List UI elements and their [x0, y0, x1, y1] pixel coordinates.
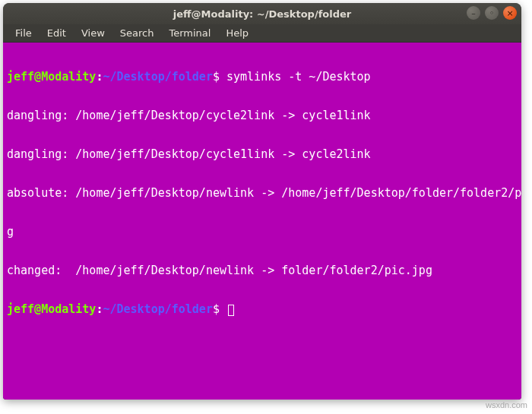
window-controls: – ◦ ×: [467, 6, 517, 20]
command-text: symlinks -t ~/Desktop: [226, 70, 371, 84]
output-line: dangling: /home/jeff/Desktop/cycle2link …: [7, 109, 518, 122]
maximize-button[interactable]: ◦: [485, 6, 499, 20]
output-line: g: [7, 226, 518, 239]
output-line: absolute: /home/jeff/Desktop/newlink -> …: [7, 187, 518, 200]
close-icon: ×: [506, 9, 513, 17]
watermark-text: wsxdn.com: [486, 400, 527, 409]
menu-edit[interactable]: Edit: [41, 26, 72, 40]
menu-file[interactable]: File: [9, 26, 38, 40]
output-line: dangling: /home/jeff/Desktop/cycle1link …: [7, 148, 518, 161]
menubar: File Edit View Search Terminal Help: [3, 24, 521, 43]
minimize-button[interactable]: –: [467, 6, 480, 20]
cursor-icon: [228, 305, 234, 316]
minimize-icon: –: [471, 9, 476, 17]
menu-view[interactable]: View: [75, 26, 111, 40]
window-title: jeff@Modality: ~/Desktop/folder: [173, 8, 351, 20]
menu-terminal[interactable]: Terminal: [163, 26, 217, 40]
output-line: changed: /home/jeff/Desktop/newlink -> f…: [7, 264, 518, 277]
menu-search[interactable]: Search: [114, 26, 160, 40]
prompt-line-2: jeff@Modality:~/Desktop/folder$: [7, 303, 518, 316]
maximize-icon: ◦: [489, 9, 495, 17]
prompt-path: ~/Desktop/folder: [103, 302, 213, 316]
prompt-user-host: jeff@Modality: [7, 70, 96, 84]
terminal-window: jeff@Modality: ~/Desktop/folder – ◦ × Fi…: [3, 3, 521, 400]
prompt-dollar: $: [213, 302, 226, 316]
prompt-line-1: jeff@Modality:~/Desktop/folder$ symlinks…: [7, 71, 518, 84]
terminal-body[interactable]: jeff@Modality:~/Desktop/folder$ symlinks…: [3, 43, 521, 400]
menu-help[interactable]: Help: [220, 26, 255, 40]
titlebar[interactable]: jeff@Modality: ~/Desktop/folder – ◦ ×: [3, 3, 521, 24]
prompt-dollar: $: [213, 70, 226, 84]
prompt-user-host: jeff@Modality: [7, 302, 96, 316]
prompt-path: ~/Desktop/folder: [103, 70, 213, 84]
close-button[interactable]: ×: [503, 6, 517, 20]
